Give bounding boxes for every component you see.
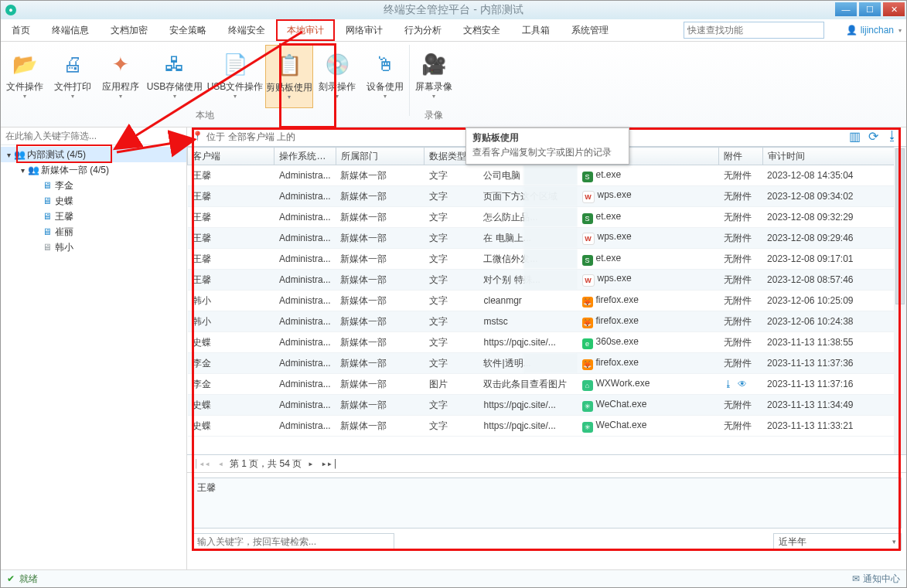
tooltip-desc: 查看客户端复制文字或图片的记录 xyxy=(472,146,622,159)
table-row[interactable]: 王馨Administra...新媒体一部文字 工微信外发...Set.exe无附… xyxy=(188,249,906,270)
process-icon: ✳ xyxy=(582,401,593,412)
process-icon: ⌂ xyxy=(582,380,593,391)
ribbon-icon: ✦ xyxy=(107,51,134,77)
process-icon: 🦊 xyxy=(582,297,593,308)
column-header[interactable]: 客户端 xyxy=(188,148,274,165)
audit-table[interactable]: 客户端操作系统账...所属部门数据类型内容进程名附件审计时间王馨Administ… xyxy=(187,146,906,455)
table-row[interactable]: 王馨Administra...新媒体一部文字在 电脑上...Wwps.exe无附… xyxy=(188,228,906,249)
window-minimize-button[interactable]: — xyxy=(835,2,857,16)
menu-7[interactable]: 行为分析 xyxy=(394,19,452,41)
tree-node-label: 李金 xyxy=(53,179,73,192)
chevron-down-icon: ▾ xyxy=(71,93,74,100)
tree-node[interactable]: ▾👥新媒体一部 (4/5) xyxy=(1,162,186,178)
menu-10[interactable]: 系统管理 xyxy=(561,19,619,41)
ribbon-剪贴板使用[interactable]: 📋剪贴板使用▾ xyxy=(265,45,313,108)
pager-last-button[interactable]: ▸▸| xyxy=(320,458,340,469)
chevron-down-icon: ▾ xyxy=(288,94,291,100)
tree-node-icon: 👥 xyxy=(13,149,26,160)
menu-1[interactable]: 终端信息 xyxy=(41,19,100,41)
ribbon-文件操作[interactable]: 📂文件操作▾ xyxy=(1,45,49,108)
menu-9[interactable]: 工具箱 xyxy=(511,19,561,41)
tree-node-label: 崔丽 xyxy=(53,226,73,239)
table-row[interactable]: 史蝶Administra...新媒体一部文字https://pqjc.site/… xyxy=(188,416,906,437)
tree-node[interactable]: 🖥李金 xyxy=(1,178,186,193)
tree-node[interactable]: ▾👥内部测试 (4/5) xyxy=(1,147,186,162)
keyword-search-input[interactable] xyxy=(193,534,394,549)
table-row[interactable]: 李金Administra...新媒体一部图片双击此条目查看图片⌂WXWork.e… xyxy=(188,374,906,395)
quick-search-box[interactable] xyxy=(684,22,824,39)
tree-node-label: 内部测试 (4/5) xyxy=(26,148,86,161)
tree-node[interactable]: 🖥崔丽 xyxy=(1,224,186,240)
export-icon[interactable]: ⭳ xyxy=(886,129,898,144)
table-row[interactable]: 韩小Administra...新媒体一部文字mstsc🦊firefox.exe无… xyxy=(188,311,906,332)
pager: |◂◂ ◂ 第 1 页，共 54 页 ▸ ▸▸| xyxy=(187,455,906,473)
menu-5[interactable]: 本地审计 xyxy=(276,19,335,41)
quick-search-input[interactable] xyxy=(684,22,823,38)
user-menu[interactable]: 👤 lijinchan ▾ xyxy=(846,19,902,41)
table-row[interactable]: 李金Administra...新媒体一部文字 软件|透明...🦊firefox.… xyxy=(188,353,906,374)
ribbon-设备使用[interactable]: 🖱设备使用▾ xyxy=(361,45,409,108)
pager-next-button[interactable]: ▸ xyxy=(306,458,315,469)
download-icon[interactable]: ⭳ xyxy=(724,379,733,389)
client-tree[interactable]: ▾👥内部测试 (4/5)▾👥新媒体一部 (4/5)🖥李金🖥史蝶🖥王馨🖥崔丽🖥韩小 xyxy=(1,145,186,570)
ribbon-icon: 🖱 xyxy=(372,51,398,77)
notice-center-button[interactable]: ✉ 通知中心 xyxy=(852,573,900,586)
time-range-select[interactable]: 近半年 ▾ xyxy=(773,533,902,550)
chevron-down-icon: ▾ xyxy=(23,93,26,100)
tree-node-icon: 🖥 xyxy=(41,226,53,237)
ribbon-应用程序[interactable]: ✦应用程序▾ xyxy=(97,45,145,108)
process-icon: 🦊 xyxy=(582,318,593,328)
ribbon-icon: 📂 xyxy=(12,51,38,77)
tree-node[interactable]: 🖥史蝶 xyxy=(1,193,186,209)
table-row[interactable]: 王馨Administra...新媒体一部文字页面下方这个区域Wwps.exe无附… xyxy=(188,186,906,207)
table-row[interactable]: 王馨Administra...新媒体一部文字怎么防止品...Set.exe无附件… xyxy=(188,207,906,228)
tree-node[interactable]: 🖥韩小 xyxy=(1,240,186,255)
tree-twisty-icon[interactable]: ▾ xyxy=(4,151,13,159)
window-close-button[interactable]: ✕ xyxy=(883,2,905,16)
menu-bar: 首页终端信息文档加密安全策略终端安全本地审计网络审计行为分析文档安全工具箱系统管… xyxy=(1,19,906,42)
title-bar: ● 终端安全管控平台 - 内部测试 — ☐ ✕ xyxy=(1,1,906,19)
tree-twisty-icon[interactable]: ▾ xyxy=(18,166,27,175)
view-icon[interactable]: 👁 xyxy=(738,379,747,389)
content-toolbar: 📍 位于 全部客户端 上的 剪贴板使用 查看客户端复制文字或图片的记录 ▥ ⟳ … xyxy=(187,127,906,146)
ribbon-文件打印[interactable]: 🖨文件打印▾ xyxy=(49,45,97,108)
vertical-scrollbar[interactable] xyxy=(894,147,906,454)
menu-2[interactable]: 文档加密 xyxy=(100,19,159,41)
ribbon-刻录操作[interactable]: 💿刻录操作▾ xyxy=(313,45,361,108)
column-header[interactable]: 审计时间 xyxy=(762,148,905,165)
tree-node-label: 韩小 xyxy=(53,241,73,254)
column-header[interactable]: 所属部门 xyxy=(336,148,425,165)
ribbon-icon: 📄 xyxy=(222,51,248,77)
ribbon-icon: 🖨 xyxy=(60,51,86,77)
menu-0[interactable]: 首页 xyxy=(1,19,41,41)
pager-prev-button[interactable]: ◂ xyxy=(217,458,225,469)
menu-8[interactable]: 文档安全 xyxy=(452,19,511,41)
refresh-icon[interactable]: ⟳ xyxy=(868,129,878,144)
chevron-down-icon: ▾ xyxy=(234,93,237,100)
user-avatar-icon: 👤 xyxy=(846,25,858,36)
status-bar: ✔ 就绪 ✉ 通知中心 xyxy=(1,569,906,587)
ribbon-icon: 📋 xyxy=(276,52,302,78)
column-header[interactable]: 操作系统账... xyxy=(274,148,336,165)
ribbon-USB存储使用[interactable]: 🖧USB存储使用▾ xyxy=(145,45,205,108)
detail-panel: 王馨 xyxy=(192,478,902,529)
table-row[interactable]: 史蝶Administra...新媒体一部文字https://pqjc.site/… xyxy=(188,332,906,353)
pager-first-button[interactable]: |◂◂ xyxy=(192,458,212,469)
chevron-down-icon: ▾ xyxy=(384,93,387,100)
table-row[interactable]: 王馨Administra...新媒体一部文字对个别 特殊...Wwps.exe无… xyxy=(188,270,906,291)
ribbon-USB文件操作[interactable]: 📄USB文件操作▾ xyxy=(205,45,265,108)
columns-icon[interactable]: ▥ xyxy=(849,129,861,144)
process-icon: e xyxy=(582,338,593,349)
menu-6[interactable]: 网络审计 xyxy=(335,19,394,41)
menu-4[interactable]: 终端安全 xyxy=(217,19,276,41)
window-maximize-button[interactable]: ☐ xyxy=(859,2,881,16)
table-row[interactable]: 韩小Administra...新媒体一部文字cleanmgr🦊firefox.e… xyxy=(188,291,906,311)
tree-node[interactable]: 🖥王馨 xyxy=(1,209,186,224)
menu-3[interactable]: 安全策略 xyxy=(159,19,217,41)
table-row[interactable]: 王馨Administra...新媒体一部文字公司电脑Set.exe无附件2023… xyxy=(188,165,906,186)
tree-filter-input[interactable] xyxy=(1,127,186,144)
column-header[interactable]: 附件 xyxy=(719,148,762,165)
process-icon: 🦊 xyxy=(582,359,593,370)
ribbon-屏幕录像[interactable]: 🎥屏幕录像▾ xyxy=(410,45,458,108)
table-row[interactable]: 史蝶Administra...新媒体一部文字https://pqjc.site/… xyxy=(188,395,906,416)
